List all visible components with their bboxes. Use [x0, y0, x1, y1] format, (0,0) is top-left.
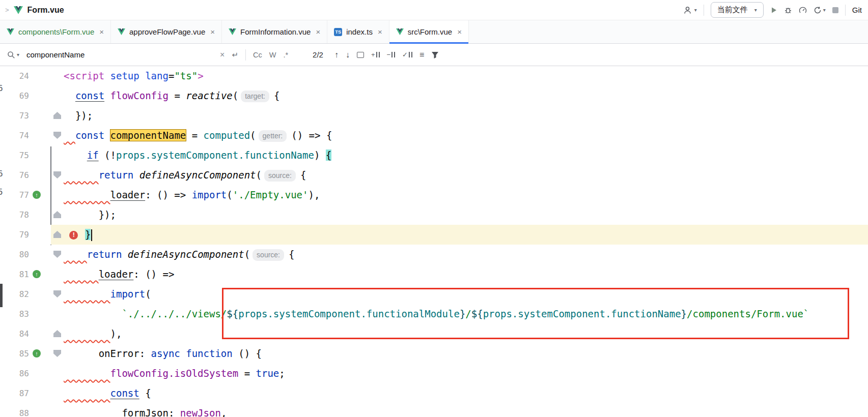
run-icon[interactable]: [770, 7, 777, 14]
search-input[interactable]: componentName: [26, 50, 213, 59]
add-occurrence-icon[interactable]: +: [371, 51, 380, 58]
editor-tab[interactable]: components\Form.vue×: [0, 20, 111, 43]
gutter: 83: [0, 304, 64, 324]
tab-close-icon[interactable]: ×: [457, 27, 462, 36]
fold-up-icon[interactable]: [53, 231, 61, 238]
gutter-arrow-icon[interactable]: ↑: [33, 191, 41, 199]
code-token: <script: [64, 70, 110, 81]
code-text: });: [64, 205, 868, 225]
line-number[interactable]: 87: [0, 383, 29, 403]
edge-artifact: 6: [0, 83, 5, 93]
tab-close-icon[interactable]: ×: [316, 27, 320, 36]
fold-up-icon[interactable]: [53, 112, 61, 119]
run-config-selector[interactable]: 当前文件 ▾: [711, 2, 764, 18]
prev-match-icon[interactable]: ↑: [334, 50, 339, 59]
code-text: formJson: newJson,: [64, 403, 868, 417]
open-results-icon[interactable]: [357, 52, 364, 58]
code-token: [133, 169, 139, 181]
code-line[interactable]: 69 const flowConfig = reactive(target:{: [0, 86, 868, 106]
code-line[interactable]: 85↑ onError: async function () {: [0, 344, 868, 364]
code-line[interactable]: 78 });: [0, 205, 868, 225]
gutter-arrow-icon[interactable]: ↑: [33, 270, 41, 278]
code-token: [104, 130, 110, 141]
rerun-icon[interactable]: ▾: [814, 6, 826, 14]
code-line[interactable]: 74 const componentName = computed(getter…: [0, 126, 868, 145]
code-token: [139, 70, 145, 81]
gutter-arrow-icon[interactable]: ↑: [33, 349, 41, 358]
chevron-down-icon: ▾: [823, 7, 826, 13]
code-token: () => {: [291, 130, 332, 141]
line-number[interactable]: 85: [0, 344, 29, 364]
ide-window: > Form.vue ▾ 当前文件 ▾: [0, 0, 868, 417]
tab-close-icon[interactable]: ×: [99, 27, 104, 36]
code-token: ),: [110, 328, 122, 339]
editor-tab[interactable]: src\Form.vue×: [389, 20, 469, 43]
whole-words-toggle[interactable]: W: [269, 51, 276, 59]
line-number[interactable]: 83: [0, 304, 29, 324]
minus-glyph: −: [387, 51, 391, 58]
code-token: {: [274, 90, 279, 101]
code-line[interactable]: 77↑ loader: () => import('./Empty.vue'),: [0, 185, 868, 205]
remove-occurrence-icon[interactable]: −: [387, 51, 396, 58]
stop-icon[interactable]: [832, 7, 838, 13]
line-number[interactable]: 82: [0, 284, 29, 304]
newline-icon[interactable]: ↵: [232, 50, 238, 59]
collaboration-icon[interactable]: ▾: [684, 6, 697, 14]
stop-square: [832, 7, 838, 13]
divider: [245, 49, 246, 61]
filter-icon[interactable]: [431, 51, 439, 58]
code-line[interactable]: 88 formJson: newJson,: [0, 403, 868, 417]
code-line[interactable]: 24<script setup lang="ts">: [0, 66, 868, 86]
code-line[interactable]: 80 return defineAsyncComponent(source:{: [0, 245, 868, 264]
inlay-hint: getter:: [259, 130, 287, 142]
code-token: `./../../../views/: [122, 308, 227, 319]
code-line[interactable]: 86 flowConfig.isOldSystem = true;: [0, 364, 868, 383]
title-bar: > Form.vue ▾ 当前文件 ▾: [0, 0, 868, 20]
code-line[interactable]: 76 return defineAsyncComponent(source:{: [0, 165, 868, 185]
line-number[interactable]: 78: [0, 205, 29, 225]
fold-up-icon[interactable]: [53, 211, 61, 218]
editor-tab[interactable]: FormInformation.vue×: [222, 20, 327, 43]
find-bar: ▾ componentName × ↵ Cc W .* 2/2 ↑ ↓ + − …: [0, 44, 868, 66]
tab-close-icon[interactable]: ×: [210, 27, 215, 36]
match-case-toggle[interactable]: Cc: [253, 51, 262, 59]
debug-icon[interactable]: [784, 6, 792, 14]
next-match-icon[interactable]: ↓: [346, 50, 350, 59]
fold-down-icon[interactable]: [53, 132, 61, 139]
line-number[interactable]: 79: [0, 225, 29, 245]
code-line[interactable]: 73 });: [0, 106, 868, 126]
title-bar-actions: ▾ 当前文件 ▾ ▾ Git: [684, 2, 863, 18]
tab-close-icon[interactable]: ×: [378, 27, 382, 36]
line-number[interactable]: 80: [0, 245, 29, 264]
fold-down-icon[interactable]: [53, 171, 61, 178]
regex-toggle[interactable]: .*: [283, 51, 288, 59]
profiler-icon[interactable]: [799, 6, 807, 14]
line-number[interactable]: 74: [0, 126, 29, 145]
filter-lines-icon[interactable]: ≡: [419, 50, 424, 59]
fold-down-icon[interactable]: [53, 350, 61, 357]
line-number[interactable]: 84: [0, 324, 29, 344]
code-text: <script setup lang="ts">: [64, 66, 868, 86]
fold-down-icon[interactable]: [53, 290, 61, 297]
clear-search-icon[interactable]: ×: [220, 50, 225, 59]
select-occurrences-icon[interactable]: ✓: [402, 51, 412, 58]
git-widget[interactable]: Git: [852, 6, 862, 14]
line-number[interactable]: 81: [0, 264, 29, 284]
editor-tab[interactable]: approveFlowPage.vue×: [111, 20, 222, 43]
code-line[interactable]: 81↑ loader: () =>: [0, 264, 868, 284]
editor-tab[interactable]: TSindex.ts×: [327, 20, 389, 43]
search-icon[interactable]: ▾: [7, 51, 19, 59]
code-line[interactable]: 75 if (!props.systemComponent.functionNa…: [0, 145, 868, 165]
code-token: newJson: [180, 407, 221, 417]
vue-icon: [229, 28, 236, 35]
fold-down-icon[interactable]: [53, 251, 61, 258]
line-number[interactable]: 73: [0, 106, 29, 126]
line-number[interactable]: 86: [0, 364, 29, 383]
line-number[interactable]: 75: [0, 145, 29, 165]
fold-up-icon[interactable]: [53, 330, 61, 337]
code-line[interactable]: 87 const {: [0, 383, 868, 403]
code-line[interactable]: 79 ! }: [0, 225, 868, 245]
line-number[interactable]: 88: [0, 403, 29, 417]
main-menu-chevron-icon[interactable]: >: [5, 6, 9, 14]
bars-glyph: [409, 52, 412, 57]
